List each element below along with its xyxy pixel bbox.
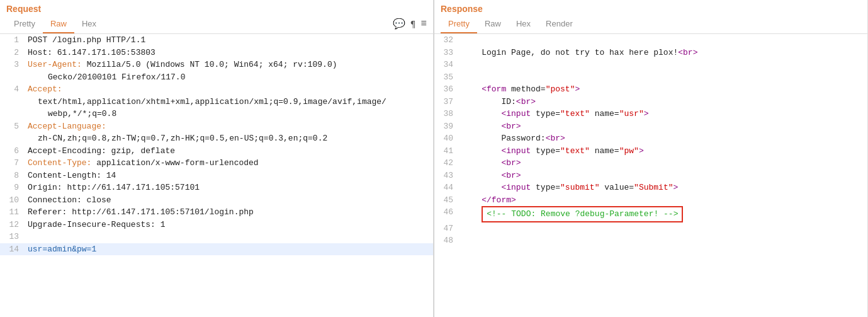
- request-tab-actions: 💬 ¶ ≡: [393, 18, 427, 33]
- line-content: Upgrade-Insecure-Requests: 1: [25, 219, 428, 231]
- line-number: 37: [439, 96, 459, 108]
- line-content: <br>: [459, 157, 862, 170]
- table-row: 44 <input type="submit" value="Submit">: [434, 182, 867, 194]
- line-number: 14: [5, 243, 25, 256]
- line-number: 7: [5, 157, 25, 170]
- table-row: 33 Login Page, do not try to hax here pl…: [434, 47, 867, 59]
- tab-hex[interactable]: Hex: [509, 16, 538, 33]
- tab-pretty[interactable]: Pretty: [6, 16, 43, 33]
- table-row: 40 Password:<br>: [434, 132, 867, 145]
- table-row: 6Accept-Encoding: gzip, deflate: [0, 145, 433, 158]
- line-content: Accept-Encoding: gzip, deflate: [25, 145, 428, 158]
- line-content: Host: 61.147.171.105:53803: [25, 47, 428, 59]
- table-row: 2Host: 61.147.171.105:53803: [0, 47, 433, 59]
- request-content: 1POST /login.php HTTP/1.12Host: 61.147.1…: [0, 34, 433, 317]
- table-row: 34: [434, 59, 867, 71]
- table-row: 32: [434, 34, 867, 47]
- table-row: 48: [434, 234, 867, 247]
- table-row: 1POST /login.php HTTP/1.1: [0, 34, 433, 47]
- table-row: 5Accept-Language:zh-CN,zh;q=0.8,zh-TW;q=…: [0, 120, 433, 145]
- line-number: 38: [439, 108, 459, 120]
- tab-hex[interactable]: Hex: [74, 16, 104, 33]
- line-content: Origin: http://61.147.171.105:57101: [25, 182, 428, 194]
- line-content: Accept-Language:zh-CN,zh;q=0.8,zh-TW;q=0…: [25, 120, 428, 145]
- line-number: 4: [5, 83, 25, 96]
- response-content: 3233 Login Page, do not try to hax here …: [434, 34, 867, 317]
- response-panel: Response Pretty Raw Hex Render 3233 Logi…: [434, 0, 868, 317]
- table-row: 7Content-Type: application/x-www-form-ur…: [0, 157, 433, 170]
- line-number: 13: [5, 231, 25, 243]
- line-number: 3: [5, 59, 25, 71]
- table-row: 37 ID:<br>: [434, 96, 867, 108]
- line-number: 42: [439, 157, 459, 170]
- line-content: Connection: close: [25, 194, 428, 207]
- line-number: 2: [5, 47, 25, 59]
- line-content: <br>: [459, 120, 862, 133]
- tab-pretty[interactable]: Pretty: [441, 16, 477, 33]
- line-number: 33: [439, 47, 459, 59]
- table-row: 12Upgrade-Insecure-Requests: 1: [0, 219, 433, 231]
- line-number: 45: [439, 194, 459, 207]
- table-row: 3User-Agent: Mozilla/5.0 (Windows NT 10.…: [0, 59, 433, 83]
- table-row: 45 </form>: [434, 194, 867, 207]
- line-number: 8: [5, 170, 25, 182]
- request-lines: 1POST /login.php HTTP/1.12Host: 61.147.1…: [0, 34, 433, 255]
- line-number: 48: [439, 234, 459, 247]
- line-content: Content-Length: 14: [25, 170, 428, 182]
- line-number: 6: [5, 145, 25, 158]
- line-number: 11: [5, 206, 25, 219]
- table-row: 9Origin: http://61.147.171.105:57101: [0, 182, 433, 194]
- line-content: Password:<br>: [459, 132, 862, 145]
- request-panel: Request Pretty Raw Hex 💬 ¶ ≡ 1POST /logi…: [0, 0, 434, 317]
- request-tabs: Pretty Raw Hex 💬 ¶ ≡: [6, 16, 427, 33]
- request-title: Request: [6, 4, 427, 14]
- line-content: <input type="text" name="usr">: [459, 108, 862, 120]
- table-row: 43 <br>: [434, 170, 867, 182]
- line-number: 12: [5, 219, 25, 231]
- table-row: 38 <input type="text" name="usr">: [434, 108, 867, 120]
- line-content: Content-Type: application/x-www-form-url…: [25, 157, 428, 170]
- line-content: Accept:text/html,application/xhtml+xml,a…: [25, 83, 428, 120]
- comment-icon[interactable]: 💬: [393, 18, 405, 30]
- line-content: </form>: [459, 194, 862, 207]
- tab-raw[interactable]: Raw: [477, 16, 509, 33]
- table-row: 11Referer: http://61.147.171.105:57101/l…: [0, 206, 433, 219]
- table-row: 13: [0, 231, 433, 243]
- line-number: 9: [5, 182, 25, 194]
- tab-raw[interactable]: Raw: [43, 16, 74, 33]
- line-number: 35: [439, 71, 459, 84]
- response-lines: 3233 Login Page, do not try to hax here …: [434, 34, 867, 247]
- response-title: Response: [441, 4, 861, 14]
- line-content: Login Page, do not try to hax here plox!…: [459, 47, 862, 59]
- line-content: usr=admin&pw=1: [25, 243, 428, 256]
- line-number: 1: [5, 34, 25, 47]
- request-header: Request Pretty Raw Hex 💬 ¶ ≡: [0, 0, 433, 34]
- table-row: 41 <input type="text" name="pw">: [434, 145, 867, 158]
- line-number: 34: [439, 59, 459, 71]
- menu-icon[interactable]: ≡: [420, 18, 427, 30]
- table-row: 47: [434, 222, 867, 235]
- line-number: 43: [439, 170, 459, 182]
- table-row: 35: [434, 71, 867, 84]
- line-content: <form method="post">: [459, 83, 862, 96]
- tab-render[interactable]: Render: [538, 16, 580, 33]
- table-row: 8Content-Length: 14: [0, 170, 433, 182]
- line-number: 41: [439, 145, 459, 158]
- line-content: ID:<br>: [459, 96, 862, 108]
- line-number: 5: [5, 120, 25, 133]
- table-row: 46 <!-- TODO: Remove ?debug-Parameter! -…: [434, 206, 867, 222]
- line-number: 32: [439, 34, 459, 47]
- table-row: 42 <br>: [434, 157, 867, 170]
- line-content: User-Agent: Mozilla/5.0 (Windows NT 10.0…: [25, 59, 428, 83]
- wrap-icon[interactable]: ¶: [410, 19, 415, 29]
- line-number: 46: [439, 206, 459, 219]
- table-row: 36 <form method="post">: [434, 83, 867, 96]
- line-number: 47: [439, 222, 459, 235]
- table-row: 4Accept:text/html,application/xhtml+xml,…: [0, 83, 433, 120]
- line-content: <!-- TODO: Remove ?debug-Parameter! -->: [459, 206, 862, 222]
- line-content: <br>: [459, 170, 862, 182]
- response-tabs: Pretty Raw Hex Render: [441, 16, 861, 33]
- response-header: Response Pretty Raw Hex Render: [434, 0, 867, 34]
- line-number: 39: [439, 120, 459, 133]
- line-content: <input type="text" name="pw">: [459, 145, 862, 158]
